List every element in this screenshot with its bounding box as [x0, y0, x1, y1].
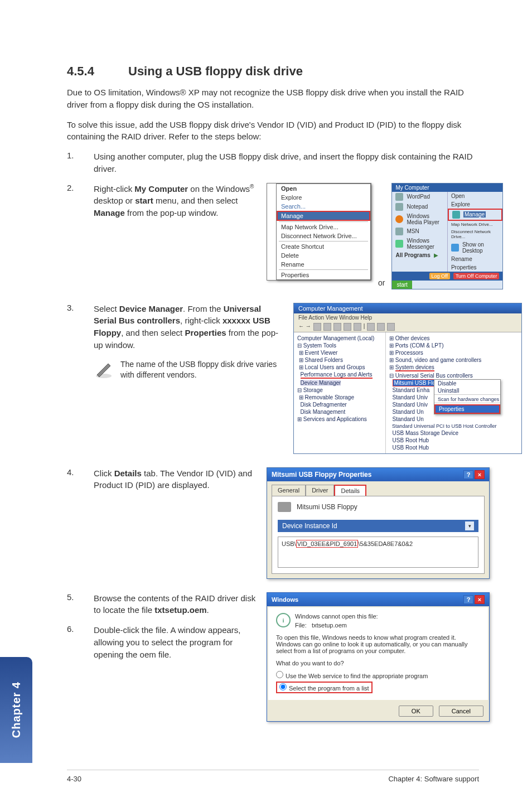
page-footer: 4-30 Chapter 4: Software support	[67, 770, 479, 783]
ctx-map-network[interactable]: Map Network Drive...	[277, 223, 370, 231]
tab-driver[interactable]: Driver	[306, 485, 334, 496]
devmgr-right-tree[interactable]: ⊞ Other devices ⊞ Ports (COM & LPT) ⊞ Pr…	[386, 332, 521, 453]
start-r-props[interactable]: Properties	[451, 264, 477, 270]
devmgr-left-tree[interactable]: Computer Management (Local) ⊟ System Too…	[294, 332, 386, 453]
intro-para-2: To solve this issue, add the USB floppy …	[67, 119, 479, 143]
start-r-showdesk[interactable]: Show on Desktop	[462, 241, 500, 254]
start-messenger[interactable]: Windows Messenger	[407, 238, 444, 250]
msn-icon	[395, 228, 403, 235]
ctx-scan[interactable]: Scan for hardware changes	[434, 396, 500, 403]
notepad-icon	[395, 203, 403, 211]
file-label: File:	[295, 622, 307, 629]
step-5-6-row: 5. Browse the contents of the RAID drive…	[67, 592, 479, 722]
open-with-description: To open this file, Windows needs to know…	[276, 634, 480, 654]
properties-dialog: Mitsumi USB Floppy Properties ? × Genera…	[267, 467, 490, 579]
ok-button[interactable]: OK	[399, 706, 433, 717]
note-icon	[94, 359, 114, 379]
device-instance-value: USB\VID_03EE&PID_6901\5&35EDA8E7&0&2	[278, 537, 478, 568]
radio-select-program[interactable]: Select the program from a list	[276, 682, 373, 693]
context-menu-screenshot: Open Explore Search... Manage Map Networ…	[267, 183, 371, 281]
radio-web-service[interactable]: Use the Web service to find the appropri…	[276, 670, 480, 680]
device-icon	[278, 502, 291, 512]
device-instance-dropdown[interactable]: Device Instance Id ▾	[278, 520, 478, 532]
cancel-button[interactable]: Cancel	[439, 706, 483, 717]
chapter-label: Chapter 4: Software support	[388, 775, 479, 783]
close-icon[interactable]: ×	[475, 595, 485, 604]
ctx-manage[interactable]: Manage	[277, 211, 370, 221]
windlg-title: Windows	[272, 596, 298, 603]
ctx-disable[interactable]: Disable	[434, 380, 500, 387]
start-r-discnet[interactable]: Disconnect Network Drive...	[451, 229, 500, 239]
start-r-open[interactable]: Open	[451, 193, 465, 199]
ctx-properties[interactable]: Properties	[277, 270, 370, 279]
devmgr-context-menu: Disable Uninstall Scan for hardware chan…	[434, 379, 501, 414]
ctx-props[interactable]: Properties	[434, 404, 500, 414]
section-heading: 4.5.4Using a USB floppy disk drive	[67, 64, 479, 79]
start-r-explore[interactable]: Explore	[451, 201, 470, 207]
wmp-icon	[395, 215, 403, 223]
note-text: The name of the USB floppy disk drive va…	[120, 359, 283, 381]
step-3-row: 3. Select Device Manager. From the Unive…	[67, 303, 479, 454]
step-1: 1. Using another computer, plug the USB …	[67, 151, 479, 175]
chapter-tab: Chapter 4	[0, 657, 32, 763]
start-r-mapnet[interactable]: Map Network Drive...	[451, 222, 493, 227]
ctx-delete[interactable]: Delete	[277, 251, 370, 260]
start-title: My Computer	[392, 183, 502, 192]
start-msn[interactable]: MSN	[407, 228, 419, 234]
note-row: The name of the USB floppy disk drive va…	[94, 359, 283, 381]
step-4-row: 4. Click Details tab. The Vendor ID (VID…	[67, 467, 479, 579]
devmgr-toolbar[interactable]: ← →|	[294, 322, 521, 332]
file-name: txtsetup.oem	[312, 622, 347, 629]
devmgr-menubar[interactable]: File Action View Window Help	[294, 313, 521, 322]
step-2-row: 2. Right-click My Computer on the Window…	[67, 183, 479, 289]
info-icon: i	[276, 613, 291, 627]
ctx-search[interactable]: Search...	[277, 202, 370, 211]
props-title: Mitsumi USB Floppy Properties	[272, 471, 371, 479]
ctx-open[interactable]: Open	[277, 184, 370, 193]
ctx-rename[interactable]: Rename	[277, 260, 370, 269]
help-icon[interactable]: ?	[463, 470, 473, 479]
desktop-icon	[451, 244, 459, 252]
start-notepad[interactable]: Notepad	[407, 204, 428, 210]
help-icon[interactable]: ?	[463, 595, 473, 604]
tab-details[interactable]: Details	[334, 485, 366, 496]
device-name-label: Mitsumi USB Floppy	[297, 503, 357, 511]
what-do-label: What do you want to do?	[276, 660, 480, 666]
wordpad-icon	[395, 193, 403, 201]
ctx-disconnect-network[interactable]: Disconnect Network Drive...	[277, 231, 370, 240]
logoff-button[interactable]: Log Off	[429, 273, 450, 279]
start-all-programs[interactable]: All Programs	[395, 252, 430, 258]
chevron-down-icon[interactable]: ▾	[465, 521, 474, 530]
ctx-explore[interactable]: Explore	[277, 193, 370, 202]
ctx-uninstall[interactable]: Uninstall	[434, 387, 500, 394]
ctx-create-shortcut[interactable]: Create Shortcut	[277, 242, 370, 251]
turnoff-button[interactable]: Turn Off Computer	[453, 273, 500, 279]
start-button[interactable]: start	[392, 281, 412, 289]
start-menu-screenshot: My Computer WordPad Notepad Windows Medi…	[391, 183, 503, 289]
start-wordpad[interactable]: WordPad	[407, 194, 430, 200]
start-r-manage[interactable]: Manage	[463, 211, 486, 218]
cannot-open-label: Windows cannot open this file:	[295, 613, 378, 620]
devmgr-title: Computer Management	[294, 303, 521, 313]
or-label: or	[375, 278, 388, 289]
messenger-icon	[395, 240, 403, 248]
device-manager-screenshot: Computer Management File Action View Win…	[293, 303, 522, 454]
tab-general[interactable]: General	[272, 485, 306, 496]
start-wmp[interactable]: Windows Media Player	[407, 213, 444, 225]
start-r-rename[interactable]: Rename	[451, 256, 472, 262]
windows-open-with-dialog: Windows ? × i Windows cannot open this f…	[267, 592, 490, 722]
close-icon[interactable]: ×	[475, 470, 485, 479]
intro-para-1: Due to OS limitation, Windows® XP may no…	[67, 86, 479, 111]
manage-icon	[452, 211, 460, 219]
page-number: 4-30	[67, 775, 81, 783]
